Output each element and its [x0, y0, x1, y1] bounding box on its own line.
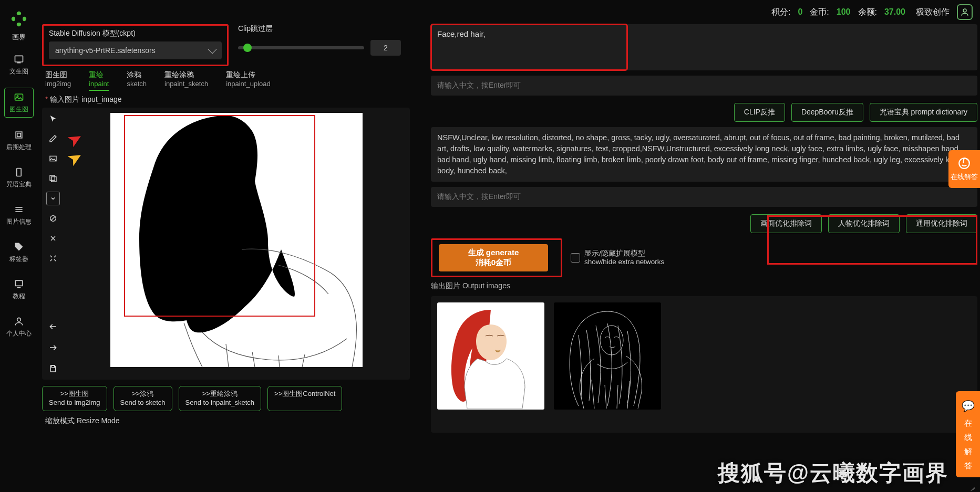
clip-group: Clip跳过层 2: [238, 24, 401, 56]
img2img-tabs: 图生图img2img 重绘inpaint 涂鸦sketch 重绘涂鸦inpain…: [42, 70, 420, 91]
gallery-tool-icon[interactable]: [46, 172, 60, 185]
text-image-icon: [13, 54, 25, 65]
send-row: >>图生图Send to img2img >>涂鸦Send to sketch …: [42, 386, 420, 411]
points-label: 积分:: [771, 7, 790, 18]
output-gallery: [431, 296, 977, 433]
dropdown-tool-icon[interactable]: [46, 192, 60, 205]
pencil-tool-icon[interactable]: [46, 132, 60, 145]
coins-value: 100: [837, 7, 851, 17]
topbar: 积分: 0 金币: 100 余额: 37.00 极致创作: [0, 0, 980, 24]
balance-label: 余额:: [858, 7, 877, 18]
canvas-image[interactable]: [110, 113, 363, 367]
expand-tool-icon[interactable]: [46, 252, 60, 265]
svg-rect-13: [51, 365, 54, 368]
svg-rect-10: [50, 175, 55, 180]
undo-icon[interactable]: [46, 320, 60, 333]
user-avatar-icon[interactable]: [957, 4, 973, 20]
image-image-icon: [13, 91, 25, 103]
exclude-person-button[interactable]: 人物优化排除词: [828, 214, 900, 233]
svg-point-8: [17, 318, 21, 321]
generate-wrap: 生成 generate 消耗0金币: [431, 238, 562, 277]
coins-label: 金币:: [810, 7, 829, 18]
image-editor[interactable]: ➤ ➤: [42, 108, 410, 380]
creative-label[interactable]: 极致创作: [916, 7, 950, 18]
positive-prompt-input[interactable]: Face,red hair,: [431, 24, 627, 70]
tab-inpaint-upload[interactable]: 重绘上传inpaint_upload: [226, 70, 271, 91]
svg-rect-7: [15, 280, 22, 286]
tagger-icon: [13, 241, 25, 253]
svg-point-0: [963, 9, 966, 12]
clip-label: Clip跳过层: [238, 24, 401, 34]
send-controlnet-button[interactable]: >>图生图ControlNet: [267, 386, 342, 411]
exclude-quality-button[interactable]: 画面优化排除词: [750, 214, 822, 233]
prompt-dictionary-button[interactable]: 咒语宝典 prompt dictionary: [870, 103, 977, 122]
svg-rect-6: [17, 169, 21, 176]
translate-input-neg[interactable]: 请输入中文，按Enter即可: [431, 187, 977, 207]
output-image-1[interactable]: [437, 302, 544, 410]
sidebar-item-user-center[interactable]: 个人中心: [4, 312, 34, 341]
chat-icon: 💬: [960, 397, 976, 414]
generate-button[interactable]: 生成 generate 消耗0金币: [439, 244, 548, 271]
app-logo-icon[interactable]: [8, 8, 29, 29]
deepbooru-button[interactable]: DeepBooru反推: [791, 103, 863, 122]
input-image-label: * 输入图片 input_image: [45, 95, 420, 104]
cursor-tool-icon[interactable]: [46, 112, 60, 125]
sidebar-item-tagger[interactable]: 标签器: [4, 238, 34, 267]
clip-slider[interactable]: [238, 46, 364, 49]
sidebar: 画界 文生图 图生图 后期处理 咒语宝典 图片信息 标签器 教程 个人中心: [0, 7, 38, 490]
tab-sketch[interactable]: 涂鸦sketch: [127, 70, 147, 91]
image-tool-icon[interactable]: [46, 152, 60, 165]
tutorial-icon: [13, 278, 25, 290]
positive-prompt-extend[interactable]: [627, 24, 977, 70]
redo-icon[interactable]: [46, 341, 60, 354]
sidebar-item-prompt-book[interactable]: 咒语宝典: [4, 163, 34, 192]
sidebar-item-tutorial[interactable]: 教程: [4, 275, 34, 304]
sidebar-item-img2img[interactable]: 图生图: [4, 88, 34, 118]
output-image-2[interactable]: [554, 302, 661, 410]
send-inpaint-sketch-button[interactable]: >>重绘涂鸦Send to inpaint_sketch: [179, 386, 262, 411]
image-info-icon: [13, 204, 25, 215]
checkbox-icon[interactable]: [571, 253, 580, 263]
tab-inpaint[interactable]: 重绘inpaint: [89, 70, 109, 91]
exclude-general-button[interactable]: 通用优化排除词: [906, 214, 977, 233]
svg-rect-1: [15, 56, 23, 62]
resize-handle-icon[interactable]: [969, 484, 975, 490]
editor-tools-bottom: [46, 320, 60, 375]
resize-mode-label: 缩放模式 Resize Mode: [42, 416, 420, 426]
translate-input-pos[interactable]: 请输入中文，按Enter即可: [431, 76, 977, 96]
negative-prompt-input[interactable]: NSFW,Unclear, low resolution, distorted,…: [431, 127, 977, 182]
model-select[interactable]: anything-v5-PrtRE.safetensors: [49, 41, 222, 59]
save-icon[interactable]: [46, 362, 60, 375]
process-icon: [13, 129, 25, 141]
clear-tool-icon[interactable]: [46, 232, 60, 245]
slider-thumb[interactable]: [243, 44, 252, 52]
send-img2img-button[interactable]: >>图生图Send to img2img: [42, 386, 107, 411]
extra-networks-toggle[interactable]: 显示/隐藏扩展模型 show/hide extra networks: [571, 249, 664, 266]
model-value: anything-v5-PrtRE.safetensors: [55, 46, 156, 55]
tab-img2img[interactable]: 图生图img2img: [45, 70, 71, 91]
sidebar-item-image-info[interactable]: 图片信息: [4, 201, 34, 229]
svg-rect-5: [17, 133, 21, 137]
prompt-book-icon: [13, 166, 25, 178]
model-label: Stable Diffusion 模型(ckpt): [49, 29, 222, 38]
balance-value: 37.00: [884, 7, 905, 17]
eraser-tool-icon[interactable]: [46, 212, 60, 225]
user-center-icon: [13, 316, 25, 327]
svg-rect-11: [51, 177, 56, 182]
chevron-down-icon: [208, 45, 217, 54]
clip-interrogate-button[interactable]: CLIP反推: [734, 103, 785, 122]
tab-inpaint-sketch[interactable]: 重绘涂鸦inpaint_sketch: [164, 70, 208, 91]
annotation-frame: [124, 115, 315, 317]
sidebar-item-txt2img[interactable]: 文生图: [4, 50, 34, 79]
online-help-button[interactable]: 在线解答: [948, 150, 980, 188]
chat-widget[interactable]: 💬 在线解答: [956, 391, 980, 477]
send-sketch-button[interactable]: >>涂鸦Send to sketch: [114, 386, 172, 411]
annotation-arrow-yellow: ➤: [63, 145, 86, 171]
clip-value[interactable]: 2: [370, 40, 401, 56]
model-group: Stable Diffusion 模型(ckpt) anything-v5-Pr…: [42, 24, 229, 66]
svg-point-14: [600, 326, 623, 355]
points-value: 0: [798, 7, 802, 17]
app-name: 画界: [12, 33, 26, 42]
editor-tools-top: [46, 112, 60, 265]
sidebar-item-postprocess[interactable]: 后期处理: [4, 126, 34, 155]
